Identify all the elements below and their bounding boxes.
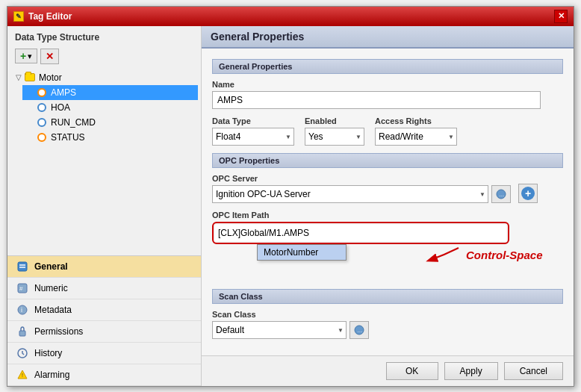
svg-rect-0: [18, 262, 27, 271]
tree-label-hoa: HOA: [51, 102, 70, 113]
tree-node-amps[interactable]: AMPS: [22, 85, 198, 100]
tag-icon-hoa: [36, 102, 48, 113]
permissions-icon: [16, 326, 28, 337]
nav-label-general: General: [34, 261, 68, 272]
window-icon: ✎: [13, 11, 24, 22]
enabled-select-wrapper: Yes No: [305, 128, 364, 146]
window-body: Data Type Structure + ▾ ✕ ▽ Motor: [7, 26, 574, 386]
delete-icon: ✕: [46, 51, 54, 62]
right-panel-content: General Properties Name Data Type Float4…: [202, 49, 574, 355]
opc-item-path-highlight: [212, 222, 509, 244]
tree-indent-status: [25, 133, 36, 141]
tree-node-motor[interactable]: ▽ Motor: [10, 70, 198, 85]
nav-label-alarming: Alarming: [34, 370, 69, 380]
nav-item-alarming[interactable]: ! Alarming: [7, 364, 201, 386]
add-button[interactable]: + ▾: [15, 49, 37, 63]
opc-item-path-label: OPC Item Path: [212, 211, 563, 220]
data-type-label: Data Type: [212, 116, 294, 125]
tree-node-hoa[interactable]: HOA: [22, 100, 198, 115]
svg-text:...: ...: [358, 327, 363, 334]
tag-icon-amps: [36, 87, 48, 99]
cancel-button[interactable]: Cancel: [504, 362, 563, 380]
tag-editor-window: ✎ Tag Editor ✕ Data Type Structure + ▾ ✕: [7, 6, 574, 387]
name-label: Name: [212, 80, 563, 89]
left-panel-header: Data Type Structure: [7, 26, 201, 46]
annotation-arrow-svg: [421, 244, 466, 267]
scan-class-row: Scan Class Default Slow Fast ...: [212, 310, 563, 339]
scan-class-label: Scan Class: [212, 310, 369, 319]
nav-item-history[interactable]: History: [7, 343, 201, 364]
section-header-opc: OPC Properties: [212, 153, 563, 168]
type-row: Data Type Float4 Int4 String Boolean Ena…: [212, 116, 563, 146]
toolbar: + ▾ ✕: [7, 46, 201, 67]
tree-label-motor: Motor: [39, 72, 62, 83]
tree-indent-amps: [25, 88, 36, 96]
title-bar: ✎ Tag Editor ✕: [7, 7, 574, 26]
add-server-button[interactable]: +: [518, 184, 538, 203]
svg-text:...: ...: [500, 191, 505, 198]
right-panel-header: General Properties: [202, 26, 574, 49]
nav-label-permissions: Permissions: [34, 326, 83, 337]
opc-server-label: OPC Server: [212, 174, 511, 183]
tree-node-run-cmd[interactable]: RUN_CMD: [22, 115, 198, 130]
annotation-container: Control-Space: [421, 244, 543, 267]
access-rights-select[interactable]: Read/Write Read Only Write Only: [375, 128, 457, 146]
opc-item-path-input[interactable]: [215, 225, 506, 241]
opc-server-browse-button[interactable]: ...: [491, 185, 511, 203]
tree-indent-hoa: [25, 103, 36, 111]
autocomplete-item-motornumber[interactable]: MotorNumber: [258, 245, 346, 260]
metadata-icon: i: [16, 304, 28, 316]
tree-toggle-motor[interactable]: ▽: [13, 73, 24, 81]
ok-button[interactable]: OK: [386, 362, 438, 380]
nav-item-general[interactable]: General: [7, 256, 201, 278]
tree-children: AMPS HOA RUN_CMD: [10, 85, 198, 145]
access-rights-label: Access Rights: [375, 116, 457, 125]
autocomplete-dropdown[interactable]: MotorNumber: [257, 244, 347, 261]
nav-item-metadata[interactable]: i Metadata: [7, 299, 201, 321]
apply-button[interactable]: Apply: [444, 362, 498, 380]
svg-text:#: #: [19, 285, 23, 292]
scan-class-browse-button[interactable]: ...: [349, 321, 369, 339]
window-title: Tag Editor: [28, 11, 72, 22]
tree-label-status: STATUS: [51, 132, 85, 143]
add-server-icon: +: [521, 187, 535, 200]
numeric-icon: #: [16, 282, 28, 294]
title-bar-left: ✎ Tag Editor: [13, 11, 72, 22]
enabled-field: Enabled Yes No: [305, 116, 364, 146]
folder-icon: [24, 72, 36, 84]
opc-server-row: OPC Server Ignition OPC-UA Server ...: [212, 174, 563, 203]
nav-section: General # Numeric i Metadata: [7, 255, 201, 386]
scan-class-select[interactable]: Default Slow Fast: [212, 321, 347, 339]
alarming-icon: !: [16, 369, 28, 381]
svg-rect-7: [19, 331, 25, 336]
delete-button[interactable]: ✕: [40, 49, 59, 64]
add-dropdown-icon[interactable]: ▾: [28, 52, 32, 61]
close-button[interactable]: ✕: [554, 10, 568, 23]
section-header-scan-class: Scan Class: [212, 289, 563, 304]
enabled-select[interactable]: Yes No: [305, 128, 364, 146]
history-icon: [16, 347, 28, 359]
opc-server-select-wrapper: Ignition OPC-UA Server: [212, 185, 488, 203]
tree-label-amps: AMPS: [51, 87, 76, 98]
data-type-select[interactable]: Float4 Int4 String Boolean: [212, 128, 294, 146]
access-rights-field: Access Rights Read/Write Read Only Write…: [375, 116, 457, 146]
opc-server-field: OPC Server Ignition OPC-UA Server ...: [212, 174, 511, 203]
enabled-label: Enabled: [305, 116, 364, 125]
scan-class-field: Scan Class Default Slow Fast ...: [212, 310, 369, 339]
scan-class-select-wrapper: Default Slow Fast: [212, 321, 347, 339]
nav-item-numeric[interactable]: # Numeric: [7, 278, 201, 299]
nav-label-numeric: Numeric: [34, 283, 68, 293]
tree-node-status[interactable]: STATUS: [22, 130, 198, 145]
footer: OK Apply Cancel: [202, 355, 574, 386]
nav-item-permissions[interactable]: Permissions: [7, 321, 201, 343]
svg-text:!: !: [22, 373, 23, 378]
tag-icon-run-cmd: [36, 116, 48, 128]
plus-icon: +: [20, 51, 26, 61]
data-type-select-wrapper: Float4 Int4 String Boolean: [212, 128, 294, 146]
name-input[interactable]: [212, 91, 541, 109]
opc-server-select[interactable]: Ignition OPC-UA Server: [212, 185, 488, 203]
svg-text:i: i: [21, 306, 22, 314]
annotation-text: Control-Space: [466, 249, 543, 261]
opc-item-path-field: OPC Item Path MotorNumber: [212, 211, 563, 244]
tree-area: ▽ Motor AMPS: [7, 67, 201, 255]
